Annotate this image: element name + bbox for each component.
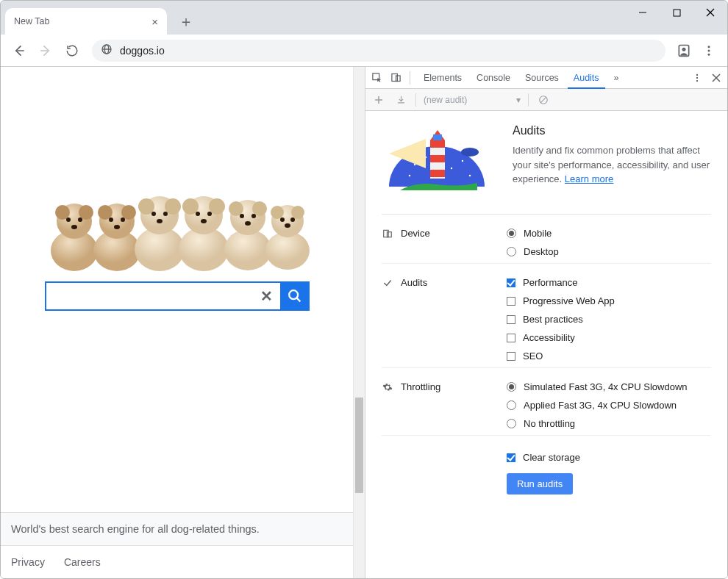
option-desktop[interactable]: Desktop <box>507 246 711 257</box>
separator <box>410 71 410 84</box>
option-throttle-simulated[interactable]: Simulated Fast 3G, 4x CPU Slowdown <box>507 381 711 392</box>
gear-icon <box>382 381 393 393</box>
audit-select[interactable]: (new audit) <box>424 95 504 105</box>
new-tab-button[interactable]: ＋ <box>176 11 196 32</box>
close-icon[interactable]: × <box>151 15 158 28</box>
devtools-tab-console[interactable]: Console <box>469 67 518 88</box>
checkbox-icon <box>507 315 515 324</box>
devtools-tab-sources[interactable]: Sources <box>518 67 566 88</box>
checkbox-icon <box>507 334 515 342</box>
svg-point-39 <box>196 212 200 216</box>
svg-rect-60 <box>396 76 400 82</box>
option-accessibility[interactable]: Accessibility <box>507 332 711 343</box>
devtools-tab-overflow[interactable]: » <box>607 67 627 88</box>
svg-line-57 <box>296 298 300 302</box>
learn-more-link[interactable]: Learn more <box>565 173 613 184</box>
window-maximize-button[interactable] <box>660 1 693 24</box>
option-mobile[interactable]: Mobile <box>507 228 711 239</box>
window-controls <box>626 1 727 35</box>
svg-point-54 <box>290 217 295 222</box>
device-toggle-icon[interactable] <box>388 70 404 86</box>
search-button[interactable] <box>280 281 310 311</box>
svg-point-51 <box>271 206 284 219</box>
block-icon[interactable] <box>536 93 551 107</box>
audits-title: Audits <box>513 124 711 137</box>
svg-point-27 <box>114 225 120 229</box>
svg-rect-86 <box>387 232 391 237</box>
chevron-down-icon[interactable]: ▾ <box>516 95 521 105</box>
svg-point-31 <box>165 198 181 215</box>
svg-point-30 <box>138 198 154 215</box>
download-icon[interactable] <box>393 93 408 107</box>
footer-link-careers[interactable]: Careers <box>64 556 101 568</box>
page-viewport: ✕ World's best search engine for all dog… <box>1 67 353 578</box>
svg-point-10 <box>682 47 686 51</box>
tab-title: New Tab <box>14 16 49 26</box>
devtools-menu-button[interactable] <box>689 70 705 86</box>
radio-icon <box>507 229 516 238</box>
address-bar[interactable]: doggos.io <box>92 40 665 62</box>
svg-point-18 <box>66 217 71 222</box>
reload-button[interactable] <box>60 38 85 63</box>
option-clear-storage[interactable]: Clear storage <box>507 452 711 463</box>
footer-link-privacy[interactable]: Privacy <box>11 556 45 568</box>
option-throttle-none[interactable]: No throttling <box>507 418 711 429</box>
window-close-button[interactable] <box>693 1 727 24</box>
svg-rect-80 <box>430 140 445 148</box>
audits-hero: Audits Identify and fix common problems … <box>382 124 711 215</box>
browser-tab[interactable]: New Tab × <box>5 8 167 35</box>
globe-icon <box>101 43 113 57</box>
svg-point-44 <box>229 201 243 216</box>
devtools-tab-audits[interactable]: Audits <box>566 67 607 88</box>
plus-icon[interactable] <box>371 93 386 107</box>
svg-point-23 <box>98 205 113 220</box>
footer-links: Privacy Careers <box>1 546 353 578</box>
separator <box>415 93 416 107</box>
scrollbar-thumb[interactable] <box>355 398 363 493</box>
page-main: ✕ <box>1 67 353 512</box>
separator <box>528 93 529 107</box>
option-throttle-applied[interactable]: Applied Fast 3G, 4x CPU Slowdown <box>507 400 711 411</box>
svg-point-17 <box>79 205 93 220</box>
clear-icon[interactable]: ✕ <box>257 287 276 305</box>
checkbox-icon <box>507 352 515 361</box>
chevron-double-right-icon: » <box>614 73 619 83</box>
svg-point-41 <box>201 219 207 223</box>
devtools-close-button[interactable] <box>708 70 724 86</box>
search-input[interactable] <box>54 290 257 303</box>
radio-icon <box>507 382 516 392</box>
audits-body: Audits Identify and fix common problems … <box>365 111 727 578</box>
profile-button[interactable] <box>673 40 695 62</box>
radio-icon <box>507 400 516 410</box>
option-seo[interactable]: SEO <box>507 350 711 362</box>
svg-point-33 <box>163 212 168 216</box>
option-best-practices[interactable]: Best practices <box>507 314 711 325</box>
run-audits-button[interactable]: Run audits <box>507 473 573 495</box>
radio-icon <box>507 419 516 428</box>
svg-point-61 <box>696 73 698 75</box>
section-device: Device Mobile Desktop <box>382 215 711 264</box>
menu-button[interactable] <box>696 38 721 63</box>
svg-point-77 <box>469 175 471 176</box>
hero: ✕ <box>38 155 317 311</box>
option-pwa[interactable]: Progressive Web App <box>507 295 711 306</box>
forward-button[interactable] <box>33 38 58 63</box>
section-audits: Audits Performance Progressive Web App B… <box>382 264 711 368</box>
svg-point-47 <box>251 214 256 218</box>
svg-point-76 <box>409 175 410 176</box>
svg-rect-81 <box>430 155 445 162</box>
svg-point-32 <box>151 212 156 216</box>
search-row: ✕ <box>45 281 310 311</box>
option-performance[interactable]: Performance <box>507 277 711 288</box>
window-minimize-button[interactable] <box>626 1 660 24</box>
svg-point-46 <box>240 214 244 218</box>
page-scrollbar[interactable] <box>353 67 365 578</box>
audits-subbar: (new audit) ▾ <box>365 89 727 111</box>
svg-rect-84 <box>433 134 442 140</box>
titlebar: New Tab × ＋ <box>1 1 727 35</box>
svg-rect-85 <box>384 230 388 237</box>
back-button[interactable] <box>7 38 32 63</box>
inspect-element-icon[interactable] <box>368 70 385 86</box>
devtools-tab-elements[interactable]: Elements <box>416 67 469 88</box>
svg-point-19 <box>78 217 82 222</box>
